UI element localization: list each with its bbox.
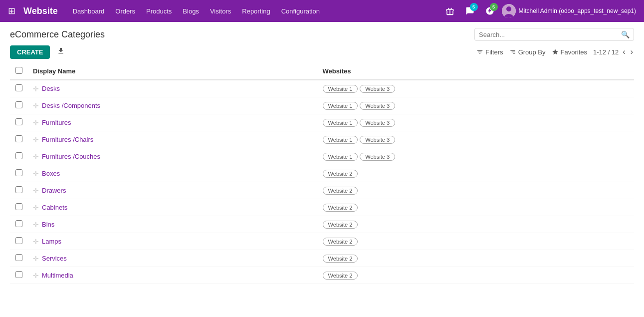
drag-handle-icon[interactable]: ✛ <box>33 204 39 212</box>
nav-products[interactable]: Products <box>141 5 177 17</box>
drag-handle-icon[interactable]: ✛ <box>33 187 39 195</box>
row-name-link[interactable]: Desks <box>42 85 60 92</box>
nav-blogs[interactable]: Blogs <box>178 5 204 17</box>
row-display-name: ✛Furnitures / Couches <box>28 148 318 165</box>
row-name-link[interactable]: Desks / <box>42 102 63 109</box>
row-name-link[interactable]: Services <box>42 255 67 262</box>
website-badge: Website 1 <box>323 85 358 93</box>
drag-handle-icon[interactable]: ✛ <box>33 170 39 178</box>
table-row: ✛BoxesWebsite 2 <box>10 165 634 182</box>
website-badge: Website 1 <box>323 136 358 144</box>
website-badge: Website 3 <box>360 85 395 93</box>
nav-dashboard[interactable]: Dashboard <box>68 5 110 17</box>
user-name: Mitchell Admin (odoo_apps_test_new_sep1) <box>519 7 636 14</box>
row-checkbox[interactable] <box>15 152 22 159</box>
row-display-name: ✛Cabinets <box>28 199 318 216</box>
search-bar: 🔍 <box>474 28 634 41</box>
select-all-col[interactable] <box>10 63 28 80</box>
gift-icon-btn[interactable] <box>442 3 458 19</box>
nav-configuration[interactable]: Configuration <box>276 5 325 17</box>
pagination-label: 1-12 / 12 <box>593 48 619 56</box>
svg-point-1 <box>506 6 511 11</box>
row-checkbox[interactable] <box>15 271 22 278</box>
drag-handle-icon[interactable]: ✛ <box>33 255 39 263</box>
row-checkbox[interactable] <box>15 101 22 108</box>
create-button[interactable]: CREATE <box>10 45 50 59</box>
search-input[interactable] <box>479 31 621 38</box>
table-body: ✛DesksWebsite 1Website 3✛Desks / Compone… <box>10 80 634 284</box>
table-row: ✛Furnitures / CouchesWebsite 1Website 3 <box>10 148 634 165</box>
row-sub-name[interactable]: Chairs <box>75 136 94 143</box>
row-websites: Website 1Website 3 <box>318 80 634 97</box>
nav-menu: Dashboard Orders Products Blogs Visitors… <box>68 5 438 17</box>
nav-visitors[interactable]: Visitors <box>205 5 236 17</box>
website-badge: Website 3 <box>360 102 395 110</box>
row-checkbox[interactable] <box>15 186 22 193</box>
drag-handle-icon[interactable]: ✛ <box>33 238 39 246</box>
group-by-button[interactable]: Group By <box>509 48 546 56</box>
row-checkbox[interactable] <box>15 118 22 125</box>
row-sub-name[interactable]: Components <box>63 102 100 109</box>
pagination-prev[interactable]: ‹ <box>622 46 626 57</box>
drag-handle-icon[interactable]: ✛ <box>33 153 39 161</box>
row-checkbox[interactable] <box>15 84 22 91</box>
activity-badge: 5 <box>490 3 498 11</box>
row-checkbox[interactable] <box>15 169 22 176</box>
user-menu[interactable]: Mitchell Admin (odoo_apps_test_new_sep1) <box>502 4 636 18</box>
website-badge: Website 3 <box>360 119 395 127</box>
row-websites: Website 2 <box>318 165 634 182</box>
nav-reporting[interactable]: Reporting <box>237 5 275 17</box>
row-display-name: ✛Furnitures <box>28 114 318 131</box>
download-button[interactable] <box>54 45 68 59</box>
table-row: ✛Desks / ComponentsWebsite 1Website 3 <box>10 97 634 114</box>
categories-table: Display Name Websites ✛DesksWebsite 1Web… <box>10 63 634 284</box>
drag-handle-icon[interactable]: ✛ <box>33 221 39 229</box>
row-name-link[interactable]: Cabinets <box>42 204 67 211</box>
select-all-checkbox[interactable] <box>15 67 22 74</box>
row-checkbox[interactable] <box>15 237 22 244</box>
table-header: Display Name Websites <box>10 63 634 80</box>
drag-handle-icon[interactable]: ✛ <box>33 85 39 93</box>
table-row: ✛CabinetsWebsite 2 <box>10 199 634 216</box>
col-display-name[interactable]: Display Name <box>28 63 318 80</box>
grid-icon[interactable]: ⊞ <box>8 5 15 16</box>
page-wrapper: eCommerce Categories 🔍 CREATE Filters Gr… <box>0 22 644 317</box>
drag-handle-icon[interactable]: ✛ <box>33 102 39 110</box>
row-name-link[interactable]: Bins <box>42 221 54 228</box>
row-checkbox[interactable] <box>15 203 22 210</box>
table-container: Display Name Websites ✛DesksWebsite 1Web… <box>0 63 644 284</box>
nav-orders[interactable]: Orders <box>110 5 140 17</box>
drag-handle-icon[interactable]: ✛ <box>33 272 39 280</box>
row-name-link[interactable]: Lamps <box>42 238 61 245</box>
row-checkbox[interactable] <box>15 135 22 142</box>
website-badge: Website 1 <box>323 119 358 127</box>
row-checkbox[interactable] <box>15 220 22 227</box>
row-checkbox[interactable] <box>15 254 22 261</box>
app-brand[interactable]: Website <box>23 6 58 16</box>
activity-icon-btn[interactable]: 5 <box>482 3 498 19</box>
row-websites: Website 2 <box>318 182 634 199</box>
row-name-link[interactable]: Boxes <box>42 170 60 177</box>
row-display-name: ✛Drawers <box>28 182 318 199</box>
row-name-link[interactable]: Furnitures / <box>42 136 75 143</box>
website-badge: Website 2 <box>323 255 358 263</box>
chat-icon-btn[interactable]: 5 <box>462 3 478 19</box>
website-badge: Website 2 <box>323 204 358 212</box>
row-name-link[interactable]: Drawers <box>42 187 66 194</box>
row-display-name: ✛Services <box>28 250 318 267</box>
row-name-link[interactable]: Furnitures <box>42 119 71 126</box>
website-badge: Website 1 <box>323 153 358 161</box>
row-name-link[interactable]: Multimedia <box>42 272 73 279</box>
col-websites[interactable]: Websites <box>318 63 634 80</box>
favorites-button[interactable]: Favorites <box>552 48 587 56</box>
row-sub-name[interactable]: Couches <box>75 153 100 160</box>
pagination-next[interactable]: › <box>630 46 634 57</box>
drag-handle-icon[interactable]: ✛ <box>33 136 39 144</box>
row-websites: Website 2 <box>318 216 634 233</box>
search-icon: 🔍 <box>621 30 630 38</box>
filters-button[interactable]: Filters <box>476 48 503 56</box>
topnav: ⊞ Website Dashboard Orders Products Blog… <box>0 0 644 22</box>
drag-handle-icon[interactable]: ✛ <box>33 119 39 127</box>
row-name-link[interactable]: Furnitures / <box>42 153 75 160</box>
table-row: ✛ServicesWebsite 2 <box>10 250 634 267</box>
